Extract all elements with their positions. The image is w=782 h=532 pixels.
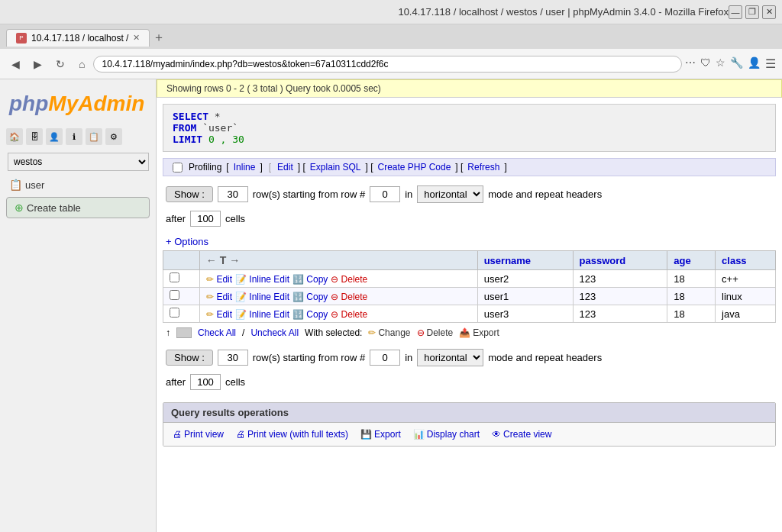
cell-password-2: 123 (573, 305, 667, 323)
copy-icon-0: 🔢 (292, 274, 304, 285)
print-view-link[interactable]: 🖨 Print view (173, 429, 224, 440)
col-class[interactable]: class (716, 251, 776, 270)
col-username[interactable]: username (477, 251, 573, 270)
refresh-nav-button[interactable]: ↻ (50, 56, 70, 73)
row-start-input-bottom[interactable] (370, 350, 400, 366)
inline-edit-link-1[interactable]: Inline Edit (249, 292, 289, 302)
minimize-button[interactable]: — (729, 5, 742, 19)
inline-edit-link-2[interactable]: Inline Edit (249, 309, 289, 320)
table-row: ✏ Edit 📝 Inline Edit 🔢 Copy ⊖ Delete use… (163, 270, 776, 288)
check-all-link[interactable]: Check All (198, 327, 236, 338)
after-num-input-bottom[interactable] (190, 374, 221, 390)
edit-link[interactable]: Edit (277, 162, 293, 172)
copy-link-2[interactable]: Copy (306, 309, 328, 320)
new-tab-button[interactable]: ＋ (153, 30, 165, 46)
settings-sidebar-icon[interactable]: ⚙ (105, 128, 122, 145)
url-bar[interactable] (93, 56, 682, 73)
row-actions-1: ✏ Edit 📝 Inline Edit 🔢 Copy ⊖ Delete (199, 288, 477, 305)
print-full-link[interactable]: 🖨 Print view (with full texts) (236, 429, 348, 440)
show-row-bottom: Show : row(s) starting from row # in hor… (157, 343, 782, 372)
uncheck-all-link[interactable]: Uncheck All (250, 327, 299, 338)
row-checkbox-2[interactable] (170, 308, 179, 318)
close-button[interactable]: ✕ (762, 5, 776, 19)
row-start-input-top[interactable] (370, 186, 400, 202)
pencil-icon-2: ✏ (206, 309, 214, 320)
home-sidebar-icon[interactable]: 🏠 (6, 128, 23, 145)
tab-close-button[interactable]: ✕ (133, 33, 140, 43)
edit-link-0[interactable]: Edit (216, 274, 232, 285)
show-button-top[interactable]: Show : (166, 186, 213, 202)
col-password[interactable]: password (573, 251, 667, 270)
forward-button[interactable]: ▶ (28, 56, 47, 73)
pma-logo: phpMyAdmin (0, 85, 156, 125)
nav-sort-icon[interactable]: T (220, 254, 227, 266)
back-button[interactable]: ◀ (6, 56, 25, 73)
info-sidebar-icon[interactable]: ℹ (66, 128, 82, 145)
delete-link-0[interactable]: Delete (341, 274, 368, 285)
bookmarks-icon[interactable]: ⋯ (685, 56, 696, 71)
change-btn[interactable]: ✏ Change (368, 327, 410, 338)
copy-sidebar-icon[interactable]: 📋 (86, 128, 102, 145)
mode-label-bottom: mode and repeat headers (488, 352, 602, 363)
mode-select-bottom[interactable]: horizontal (417, 349, 483, 366)
active-tab[interactable]: P 10.4.17.118 / localhost / ✕ (6, 29, 150, 47)
delete-link-2[interactable]: Delete (341, 309, 368, 320)
db-sidebar-icon[interactable]: 🗄 (26, 128, 43, 145)
plus-icon: ⊕ (15, 202, 24, 214)
refresh-link[interactable]: Refresh (467, 162, 499, 172)
sync-icon[interactable]: 👤 (748, 56, 761, 71)
restore-button[interactable]: ❐ (745, 5, 759, 19)
delete-btn[interactable]: ⊖ Delete (417, 327, 454, 338)
create-view-link[interactable]: 👁 Create view (492, 429, 551, 440)
inline-link[interactable]: Inline (234, 162, 256, 172)
show-num-input-top[interactable] (218, 186, 248, 202)
delete-label: Delete (427, 327, 454, 338)
home-button[interactable]: ⌂ (73, 56, 90, 73)
nav-left-arrow[interactable]: ← (206, 254, 217, 266)
qro-body: 🖨 Print view 🖨 Print view (with full tex… (163, 423, 775, 446)
export-qro-link[interactable]: 💾 Export (360, 429, 401, 440)
cell-password-1: 123 (573, 288, 667, 305)
after-row-bottom: after cells (157, 372, 782, 396)
edit-link-1[interactable]: Edit (216, 292, 232, 302)
show-row-top: Show : row(s) starting from row # in hor… (157, 179, 782, 209)
display-chart-link[interactable]: 📊 Display chart (413, 429, 480, 440)
copy-link-1[interactable]: Copy (306, 292, 328, 302)
star-icon[interactable]: ☆ (716, 56, 725, 71)
profiling-checkbox[interactable] (173, 163, 183, 172)
create-php-link[interactable]: Create PHP Code (378, 162, 451, 172)
row-checkbox-1[interactable] (170, 290, 179, 300)
col-age[interactable]: age (667, 251, 716, 270)
print-view-label: Print view (184, 429, 224, 440)
explain-sql-link[interactable]: Explain SQL (310, 162, 361, 172)
show-num-input-bottom[interactable] (218, 350, 248, 366)
tab-favicon: P (16, 33, 27, 44)
sidebar-item-user[interactable]: 📋 user (0, 176, 156, 194)
mode-select-top[interactable]: horizontal (417, 185, 483, 203)
table-icon: 📋 (9, 179, 22, 191)
delete-link-1[interactable]: Delete (341, 292, 368, 302)
col-checkbox (163, 251, 200, 270)
export-btn[interactable]: 📤 Export (459, 327, 499, 338)
row-checkbox-0[interactable] (170, 272, 179, 282)
nav-right-arrow[interactable]: → (229, 254, 240, 266)
after-num-input-top[interactable] (190, 211, 221, 227)
options-toggle[interactable]: + Options (157, 233, 782, 250)
sql-table: `user` (196, 122, 238, 134)
cells-label-bottom: cells (225, 376, 245, 388)
db-selector[interactable]: westos (8, 153, 149, 171)
copy-link-0[interactable]: Copy (306, 274, 328, 285)
query-bar-text: Showing rows 0 - 2 ( 3 total ) Query too… (166, 83, 381, 94)
cell-age-1: 18 (667, 288, 716, 305)
user-sidebar-icon[interactable]: 👤 (46, 128, 63, 145)
mode-label-top: mode and repeat headers (488, 189, 602, 200)
edit-link-2[interactable]: Edit (216, 309, 232, 320)
menu-button[interactable]: ☰ (765, 56, 776, 71)
sql-star: * (208, 111, 221, 122)
inline-edit-link-0[interactable]: Inline Edit (249, 274, 289, 285)
create-table-button[interactable]: ⊕ Create table (6, 197, 150, 218)
col-nav: ← T → (199, 251, 477, 270)
extensions-icon[interactable]: 🔧 (730, 56, 743, 71)
show-button-bottom[interactable]: Show : (166, 350, 213, 366)
display-chart-label: Display chart (427, 429, 480, 440)
